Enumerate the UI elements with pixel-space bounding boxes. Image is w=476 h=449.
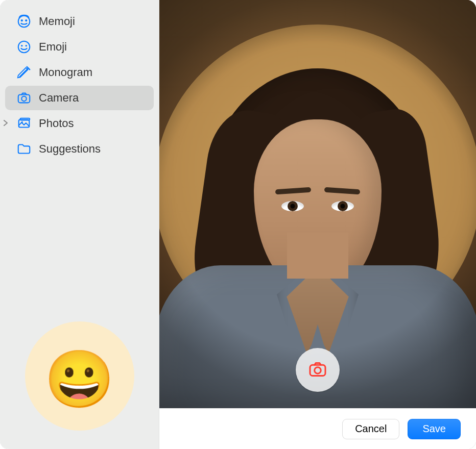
emoji-smile-icon [15, 38, 33, 56]
sidebar-item-label: Photos [39, 117, 74, 130]
crop-circle-halo [159, 24, 476, 351]
sidebar-item-label: Camera [39, 91, 79, 105]
svg-point-0 [18, 16, 30, 28]
sidebar-item-suggestions[interactable]: Suggestions [5, 137, 154, 161]
sidebar-list: Memoji Emoji Monogram Camera [5, 9, 154, 161]
sidebar-item-memoji[interactable]: Memoji [5, 9, 154, 34]
sidebar-item-photos[interactable]: Photos [5, 111, 154, 136]
svg-point-1 [21, 19, 23, 21]
svg-point-3 [18, 41, 30, 53]
photos-icon [15, 115, 33, 132]
cancel-button[interactable]: Cancel [342, 419, 399, 439]
camera-shutter-icon [307, 359, 328, 381]
svg-point-4 [21, 45, 22, 46]
main-pane: Cancel Save [159, 0, 476, 449]
save-button[interactable]: Save [408, 419, 461, 439]
sidebar-item-camera[interactable]: Camera [5, 86, 154, 110]
current-avatar-preview: 😀 [25, 321, 134, 431]
sidebar: Memoji Emoji Monogram Camera [0, 0, 159, 449]
sidebar-item-label: Memoji [39, 15, 75, 28]
dialog-footer: Cancel Save [159, 408, 476, 449]
camera-icon [15, 89, 33, 107]
avatar-emoji: 😀 [44, 351, 114, 407]
memoji-face-icon [15, 13, 33, 30]
svg-point-7 [21, 96, 26, 101]
sidebar-item-monogram[interactable]: Monogram [5, 60, 154, 85]
camera-preview [159, 0, 476, 408]
profile-picture-dialog: Memoji Emoji Monogram Camera [0, 0, 476, 449]
chevron-right-icon[interactable] [3, 119, 8, 128]
folder-icon [15, 140, 33, 158]
svg-point-9 [21, 121, 23, 123]
svg-point-5 [26, 45, 27, 46]
svg-point-12 [315, 367, 321, 373]
svg-point-2 [25, 19, 27, 21]
sidebar-item-label: Suggestions [39, 142, 101, 156]
sidebar-item-emoji[interactable]: Emoji [5, 35, 154, 59]
capture-photo-button[interactable] [296, 348, 340, 392]
sidebar-item-label: Monogram [39, 66, 92, 79]
sidebar-item-label: Emoji [39, 40, 67, 54]
pencil-icon [15, 64, 33, 81]
